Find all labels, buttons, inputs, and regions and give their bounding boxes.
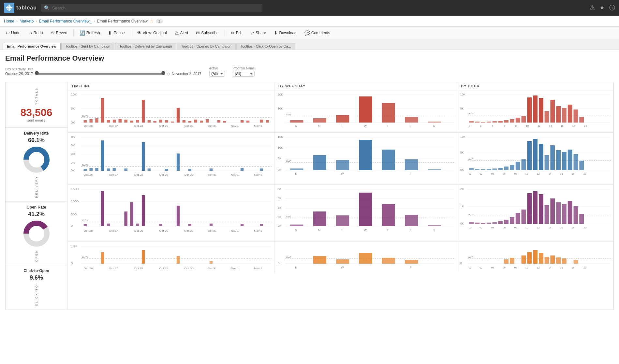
- svg-rect-29: [148, 120, 151, 123]
- favorite-star[interactable]: ☆: [150, 19, 154, 24]
- svg-rect-229: [260, 224, 263, 226]
- alert-button[interactable]: ⚠ Alert: [171, 29, 192, 37]
- svg-text:Oct 29: Oct 29: [159, 173, 168, 176]
- svg-text:0: 0: [71, 262, 73, 265]
- svg-text:00: 00: [469, 226, 472, 229]
- svg-text:Oct 26: Oct 26: [84, 229, 93, 232]
- svg-rect-287: [556, 202, 561, 224]
- date-end: November 2, 2017: [172, 72, 201, 76]
- svg-rect-181: [498, 168, 503, 170]
- svg-rect-162: [382, 150, 395, 170]
- tab-email-overview[interactable]: Email Performance Overview: [3, 43, 61, 50]
- redo-button[interactable]: ↪ Redo: [25, 29, 46, 37]
- svg-text:T: T: [387, 124, 389, 127]
- breadcrumb-marketo[interactable]: Marketo: [20, 19, 34, 23]
- svg-rect-18: [84, 120, 87, 123]
- svg-text:F: F: [410, 266, 412, 269]
- share-button[interactable]: ↗ Share: [247, 29, 269, 37]
- svg-text:8: 8: [515, 124, 517, 127]
- svg-text:0: 0: [278, 262, 279, 265]
- alert-icon[interactable]: ⚠: [590, 4, 595, 12]
- svg-rect-65: [382, 103, 395, 123]
- date-handle-right[interactable]: [161, 71, 165, 75]
- clicktoopen-vert-label: CLICK-TO-: [35, 283, 38, 306]
- active-filter: Active (All): [209, 66, 225, 77]
- search-input[interactable]: [52, 6, 259, 10]
- breadcrumb-workbook[interactable]: Email Performance Overview_: [39, 19, 92, 23]
- svg-rect-288: [562, 204, 567, 224]
- svg-rect-62: [313, 118, 326, 123]
- view-original-button[interactable]: 👁 View: Original: [134, 29, 170, 37]
- refresh-button[interactable]: 🔄 Refresh: [76, 29, 103, 37]
- svg-text:16: 16: [560, 266, 563, 269]
- svg-text:AVG: AVG: [468, 213, 474, 216]
- program-filter-select[interactable]: (All): [233, 71, 255, 77]
- svg-text:12: 12: [537, 226, 540, 229]
- search-bar[interactable]: 🔍: [41, 4, 262, 12]
- svg-text:04: 04: [491, 172, 494, 175]
- left-sidebar: TOTALS 83,506 sent emails Delivery Rate …: [6, 82, 67, 310]
- weekday-header: BY WEEKDAY: [274, 82, 457, 90]
- svg-text:0K: 0K: [460, 168, 464, 171]
- svg-rect-134: [165, 169, 168, 171]
- svg-text:06: 06: [503, 226, 506, 229]
- svg-text:Oct 30: Oct 30: [184, 124, 194, 127]
- comments-icon: 💬: [304, 30, 310, 36]
- date-handle-left[interactable]: [35, 71, 39, 75]
- star-icon[interactable]: ★: [599, 4, 605, 12]
- delivery-donut: [22, 145, 51, 174]
- svg-rect-160: [336, 160, 349, 170]
- svg-text:08: 08: [514, 226, 517, 229]
- svg-text:AVG: AVG: [286, 160, 291, 163]
- svg-text:1500: 1500: [71, 187, 79, 191]
- sep1: ›: [16, 19, 18, 23]
- tableau-logo-icon: [4, 3, 14, 13]
- svg-text:AVG: AVG: [82, 256, 88, 259]
- edit-button[interactable]: ✏ Edit: [228, 29, 246, 37]
- svg-text:20: 20: [583, 172, 586, 175]
- svg-rect-341: [533, 250, 538, 264]
- svg-rect-180: [493, 168, 497, 170]
- svg-rect-96: [550, 100, 555, 123]
- active-filter-select[interactable]: (All): [209, 71, 225, 77]
- svg-text:10: 10: [526, 124, 529, 127]
- undo-button[interactable]: ↩ Undo: [3, 29, 24, 37]
- svg-rect-33: [171, 122, 174, 123]
- date-range-slider[interactable]: [35, 73, 165, 75]
- svg-text:20: 20: [583, 266, 586, 269]
- svg-rect-219: [107, 224, 110, 226]
- svg-rect-19: [89, 119, 93, 123]
- svg-rect-284: [539, 194, 543, 224]
- info-icon[interactable]: ⓘ: [609, 4, 615, 12]
- svg-text:Nov 1: Nov 1: [231, 229, 239, 232]
- svg-rect-138: [241, 168, 244, 171]
- breadcrumb-home[interactable]: Home: [4, 19, 14, 23]
- sent-timeline-chart: 10K 5K 0K AVG: [70, 92, 272, 127]
- svg-rect-128: [101, 140, 104, 171]
- svg-rect-87: [498, 121, 503, 123]
- action-bar: ↩ Undo ↪ Redo ⟲ Revert 🔄 Refresh ⏸ Pause…: [0, 27, 619, 39]
- svg-text:0K: 0K: [460, 222, 464, 225]
- svg-text:12: 12: [537, 172, 540, 175]
- tab-opened-campaign[interactable]: Tooltips - Opened by Campaign: [177, 43, 236, 50]
- svg-rect-139: [260, 168, 263, 171]
- comments-button[interactable]: 💬 Comments: [301, 29, 333, 37]
- svg-rect-43: [246, 121, 250, 123]
- svg-rect-92: [527, 97, 532, 123]
- pause-button[interactable]: ⏸ Pause: [105, 29, 128, 37]
- svg-rect-189: [545, 155, 549, 170]
- tab-clicktoopen-campaign[interactable]: Tooltips - Click-to-Open by Ca...: [236, 43, 295, 50]
- svg-rect-251: [313, 211, 326, 226]
- svg-rect-100: [573, 109, 578, 123]
- svg-rect-93: [533, 95, 538, 123]
- svg-rect-101: [579, 117, 584, 123]
- svg-text:0K: 0K: [278, 168, 281, 171]
- svg-rect-131: [124, 168, 127, 171]
- tab-delivered-campaign[interactable]: Tooltips - Delivered by Campaign: [115, 43, 176, 50]
- tab-sent-campaign[interactable]: Tooltips - Sent by Campaign: [61, 43, 115, 50]
- subscribe-button[interactable]: ✉ Subscribe: [193, 29, 222, 37]
- revert-button[interactable]: ⟲ Revert: [47, 29, 70, 37]
- svg-rect-91: [522, 116, 526, 123]
- svg-rect-254: [382, 204, 395, 226]
- download-button[interactable]: ⬇ Download: [271, 29, 300, 37]
